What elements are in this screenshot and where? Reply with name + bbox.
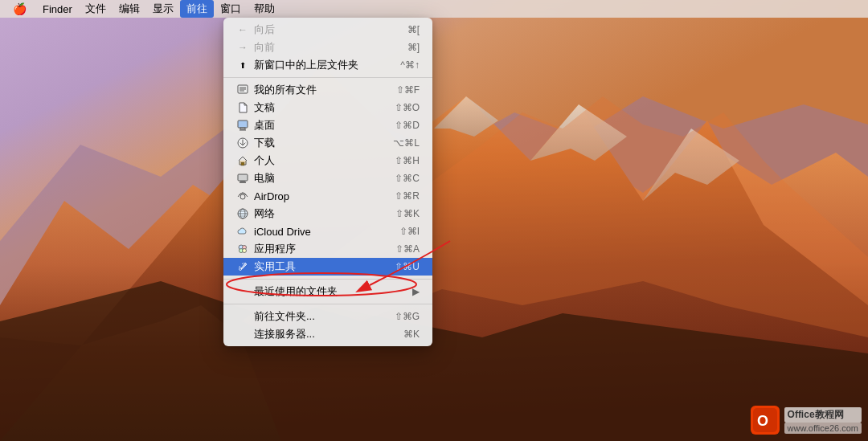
- apple-menu[interactable]: 🍎: [6, 0, 33, 18]
- menu-item-recent-folders-label: 最近使用的文件夹: [254, 284, 338, 299]
- menu-item-all-files[interactable]: 我的所有文件 ⇧⌘F: [223, 81, 432, 99]
- menubar-edit[interactable]: 编辑: [113, 0, 146, 18]
- separator-3: [223, 304, 432, 304]
- menu-item-applications[interactable]: 应用程序 ⇧⌘A: [223, 240, 432, 258]
- menu-item-airdrop-shortcut: ⇧⌘R: [395, 190, 420, 202]
- svg-rect-18: [238, 174, 248, 181]
- menu-item-documents-label: 文稿: [254, 100, 275, 115]
- menu-item-back-shortcut: ⌘[: [407, 24, 420, 35]
- menubar-finder[interactable]: Finder: [36, 0, 79, 18]
- menu-item-home-label: 个人: [254, 153, 275, 168]
- menubar-go[interactable]: 前往: [180, 0, 214, 18]
- svg-rect-17: [241, 162, 244, 165]
- home-icon: [236, 154, 249, 167]
- all-files-icon: [236, 84, 249, 96]
- menu-item-recent-folders[interactable]: 最近使用的文件夹 ▶: [223, 283, 432, 300]
- menu-item-forward-shortcut: ⌘]: [407, 42, 420, 53]
- menu-item-forward-label: 向前: [254, 40, 275, 55]
- utilities-icon: [236, 260, 249, 273]
- menu-item-icloud[interactable]: iCloud Drive ⇧⌘I: [223, 223, 432, 240]
- menu-item-all-files-shortcut: ⇧⌘F: [396, 84, 420, 96]
- go-menu-dropdown: ← 向后 ⌘[ → 向前 ⌘] ⬆ 新窗口中的上层文件夹 ^⌘↑: [223, 18, 432, 346]
- watermark: O Office教程网 www.office26.com: [751, 406, 862, 435]
- svg-rect-14: [240, 128, 245, 129]
- menu-item-connect-server[interactable]: 连接服务器... ⌘K: [223, 325, 432, 343]
- watermark-site-name: Office教程网: [784, 407, 862, 423]
- svg-rect-13: [238, 120, 248, 128]
- menubar: 🍎 Finder 文件 编辑 显示 前往 窗口 帮助: [0, 0, 868, 18]
- watermark-logo: O: [751, 406, 780, 435]
- menu-item-network-label: 网络: [254, 206, 275, 221]
- menu-item-downloads[interactable]: 下载 ⌥⌘L: [223, 134, 432, 152]
- menu-item-computer-shortcut: ⇧⌘C: [395, 173, 420, 184]
- menu-item-goto-folder-shortcut: ⇧⌘G: [395, 311, 420, 322]
- menu-item-home-shortcut: ⇧⌘H: [395, 155, 420, 166]
- svg-point-30: [243, 249, 247, 253]
- enclosing-icon: ⬆: [236, 59, 249, 71]
- menu-item-computer-label: 电脑: [254, 171, 275, 186]
- menu-item-goto-folder[interactable]: 前往文件夹... ⇧⌘G: [223, 308, 432, 325]
- menu-item-connect-server-shortcut: ⌘K: [403, 329, 420, 340]
- menubar-help[interactable]: 帮助: [248, 0, 281, 18]
- menu-item-connect-server-label: 连接服务器...: [254, 327, 315, 341]
- watermark-url: www.office26.com: [784, 423, 862, 434]
- menu-item-enclosing[interactable]: ⬆ 新窗口中的上层文件夹 ^⌘↑: [223, 56, 432, 74]
- menu-item-applications-label: 应用程序: [254, 242, 296, 256]
- menu-item-airdrop-label: AirDrop: [254, 190, 289, 202]
- menu-item-icloud-shortcut: ⇧⌘I: [399, 226, 420, 237]
- menu-item-documents-shortcut: ⇧⌘O: [395, 102, 420, 113]
- desktop-background: [0, 0, 868, 441]
- menu-item-desktop-label: 桌面: [254, 118, 275, 133]
- menu-item-computer[interactable]: 电脑 ⇧⌘C: [223, 169, 432, 187]
- menu-item-back[interactable]: ← 向后 ⌘[: [223, 21, 432, 39]
- menu-item-documents[interactable]: 文稿 ⇧⌘O: [223, 99, 432, 116]
- menu-item-airdrop[interactable]: AirDrop ⇧⌘R: [223, 187, 432, 205]
- menubar-file[interactable]: 文件: [79, 0, 113, 18]
- separator-1: [223, 77, 432, 78]
- recent-folders-icon: [236, 285, 249, 298]
- menu-item-icloud-label: iCloud Drive: [254, 226, 311, 238]
- menu-item-utilities-label: 实用工具: [254, 259, 296, 274]
- office-logo-svg: O: [753, 408, 777, 432]
- menu-item-recent-folders-arrow: ▶: [412, 286, 420, 297]
- airdrop-icon: [236, 190, 249, 202]
- menubar-window[interactable]: 窗口: [214, 0, 248, 18]
- separator-2: [223, 279, 432, 280]
- menu-item-enclosing-label: 新窗口中的上层文件夹: [254, 58, 358, 72]
- back-icon: ←: [236, 23, 249, 36]
- menubar-view[interactable]: 显示: [146, 0, 180, 18]
- applications-icon: [236, 243, 249, 255]
- menu-item-network[interactable]: 网络 ⇧⌘K: [223, 205, 432, 223]
- desktop-icon: [236, 119, 249, 132]
- menu-item-forward[interactable]: → 向前 ⌘]: [223, 39, 432, 56]
- menu-item-utilities[interactable]: 实用工具 ⇧⌘U: [223, 258, 432, 276]
- menu-item-utilities-shortcut: ⇧⌘U: [395, 261, 420, 272]
- menu-item-enclosing-shortcut: ^⌘↑: [400, 59, 420, 71]
- connect-server-icon: [236, 328, 249, 341]
- mountain-svg: [0, 0, 868, 441]
- documents-icon: [236, 101, 249, 114]
- icloud-icon: [236, 225, 249, 238]
- menu-item-network-shortcut: ⇧⌘K: [395, 208, 420, 219]
- menu-item-all-files-label: 我的所有文件: [254, 83, 317, 97]
- watermark-text-container: Office教程网 www.office26.com: [784, 407, 862, 434]
- menu-item-home[interactable]: 个人 ⇧⌘H: [223, 152, 432, 169]
- menu-item-desktop-shortcut: ⇧⌘D: [395, 120, 420, 131]
- computer-icon: [236, 172, 249, 185]
- svg-point-21: [240, 194, 245, 199]
- goto-folder-icon: [236, 310, 249, 323]
- network-icon: [236, 207, 249, 220]
- forward-icon: →: [236, 41, 249, 54]
- svg-text:O: O: [757, 413, 768, 429]
- menu-item-back-label: 向后: [254, 22, 275, 37]
- menu-item-desktop[interactable]: 桌面 ⇧⌘D: [223, 116, 432, 134]
- menu-item-goto-folder-label: 前往文件夹...: [254, 309, 315, 324]
- menu-item-applications-shortcut: ⇧⌘A: [395, 243, 420, 255]
- downloads-icon: [236, 137, 249, 149]
- menu-item-downloads-label: 下载: [254, 136, 275, 150]
- menu-item-downloads-shortcut: ⌥⌘L: [393, 137, 420, 149]
